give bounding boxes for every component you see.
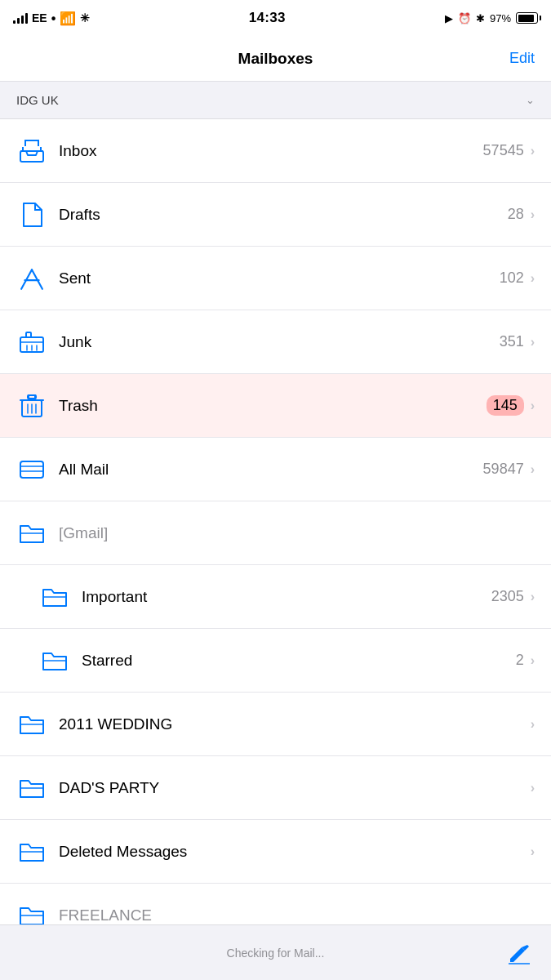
battery-icon (516, 12, 538, 24)
checking-text: Checking for Mail... (47, 947, 504, 960)
bluetooth-icon: ✱ (476, 12, 485, 24)
mailbox-row-sent[interactable]: Sent102› (0, 247, 551, 310)
folder-icon (39, 581, 70, 612)
navigation-icon: ▶ (445, 12, 453, 24)
signal-bar-3 (21, 16, 24, 24)
chevron-right-icon: › (531, 399, 535, 413)
chevron-right-icon: › (531, 844, 535, 859)
status-right: ▶ ⏰ ✱ 97% (445, 12, 538, 24)
mailbox-row-inbox[interactable]: Inbox57545› (0, 119, 551, 183)
mailbox-label-freelance: FREELANCE (59, 906, 535, 924)
junk-icon (16, 327, 47, 358)
status-time: 14:33 (249, 10, 286, 26)
chevron-right-icon: › (531, 144, 535, 158)
folder-icon (16, 836, 47, 867)
sent-icon (16, 263, 47, 294)
signal-bar-4 (25, 13, 28, 24)
mailbox-row-wedding[interactable]: 2011 WEDDING› (0, 693, 551, 756)
chevron-right-icon: › (531, 207, 535, 222)
folder-icon (16, 518, 47, 549)
mailbox-label-drafts: Drafts (59, 206, 508, 224)
mailbox-row-deleted-messages[interactable]: Deleted Messages› (0, 820, 551, 884)
chevron-right-icon: › (531, 590, 535, 604)
mailbox-count-sent: 102 (500, 270, 524, 287)
chevron-right-icon: › (531, 717, 535, 732)
svg-rect-0 (20, 151, 43, 162)
svg-rect-19 (20, 461, 43, 478)
drafts-icon (16, 199, 47, 230)
mailbox-label-important: Important (82, 588, 491, 606)
chevron-right-icon: › (531, 653, 535, 668)
status-bar: EE • 📶 ✳ 14:33 ▶ ⏰ ✱ 97% (0, 0, 551, 36)
chevron-right-icon: › (531, 781, 535, 795)
mailbox-label-starred: Starred (82, 652, 516, 670)
mailbox-row-important[interactable]: Important2305› (0, 565, 551, 629)
mailbox-count-starred: 2 (516, 652, 524, 669)
nav-bar: Mailboxes Edit (0, 36, 551, 82)
mailbox-row-gmail[interactable]: [Gmail] (0, 501, 551, 565)
compose-icon (507, 941, 531, 965)
mailbox-label-dads-party: DAD'S PARTY (59, 779, 531, 797)
mailbox-count-junk: 351 (500, 333, 524, 350)
svg-line-4 (32, 270, 42, 289)
mailbox-row-trash[interactable]: Trash145› (0, 374, 551, 438)
mailbox-list: Inbox57545› Drafts28› Sent102› Junk351› (0, 119, 551, 947)
edit-button[interactable]: Edit (509, 50, 535, 67)
compose-button[interactable] (504, 938, 535, 969)
signal-bars (13, 12, 28, 24)
mailbox-label-sent: Sent (59, 270, 500, 287)
mailbox-label-trash: Trash (59, 397, 487, 415)
chevron-right-icon: › (531, 271, 535, 286)
status-left: EE • 📶 ✳ (13, 11, 90, 26)
mailbox-label-wedding: 2011 WEDDING (59, 715, 531, 733)
mailbox-label-deleted-messages: Deleted Messages (59, 843, 531, 861)
mailbox-label-gmail: [Gmail] (59, 524, 535, 542)
mailbox-count-trash: 145 (487, 395, 524, 416)
folder-icon (16, 709, 47, 740)
chevron-down-icon: ⌄ (526, 94, 535, 106)
mailbox-row-drafts[interactable]: Drafts28› (0, 183, 551, 247)
chevron-right-icon: › (531, 335, 535, 350)
mailbox-count-inbox: 57545 (483, 142, 524, 159)
account-header[interactable]: IDG UK ⌄ (0, 82, 551, 119)
trash-icon (16, 390, 47, 421)
chevron-right-icon: › (531, 462, 535, 477)
mailbox-count-important: 2305 (491, 588, 524, 605)
mailbox-label-junk: Junk (59, 333, 500, 351)
wifi-icon: • 📶 (51, 11, 76, 26)
alarm-icon: ⏰ (458, 12, 471, 24)
svg-line-3 (21, 270, 32, 289)
mailbox-count-all-mail: 59847 (483, 461, 524, 478)
account-name: IDG UK (16, 93, 59, 107)
mailbox-row-all-mail[interactable]: All Mail59847› (0, 438, 551, 501)
mailbox-row-starred[interactable]: Starred2› (0, 629, 551, 693)
inbox-icon (16, 136, 47, 167)
mailbox-row-junk[interactable]: Junk351› (0, 310, 551, 374)
brightness-icon: ✳ (80, 11, 90, 24)
bottom-bar: Checking for Mail... (0, 924, 551, 980)
signal-bar-1 (13, 20, 16, 24)
nav-title: Mailboxes (238, 50, 313, 68)
folder-icon (16, 773, 47, 804)
battery-percent: 97% (490, 12, 511, 24)
mailbox-count-drafts: 28 (508, 206, 524, 223)
signal-bar-2 (17, 18, 20, 24)
folder-icon (39, 645, 70, 676)
mailbox-row-dads-party[interactable]: DAD'S PARTY› (0, 756, 551, 820)
mailbox-label-all-mail: All Mail (59, 461, 483, 479)
mailbox-label-inbox: Inbox (59, 142, 483, 160)
allmail-icon (16, 454, 47, 485)
carrier-label: EE (32, 11, 47, 24)
